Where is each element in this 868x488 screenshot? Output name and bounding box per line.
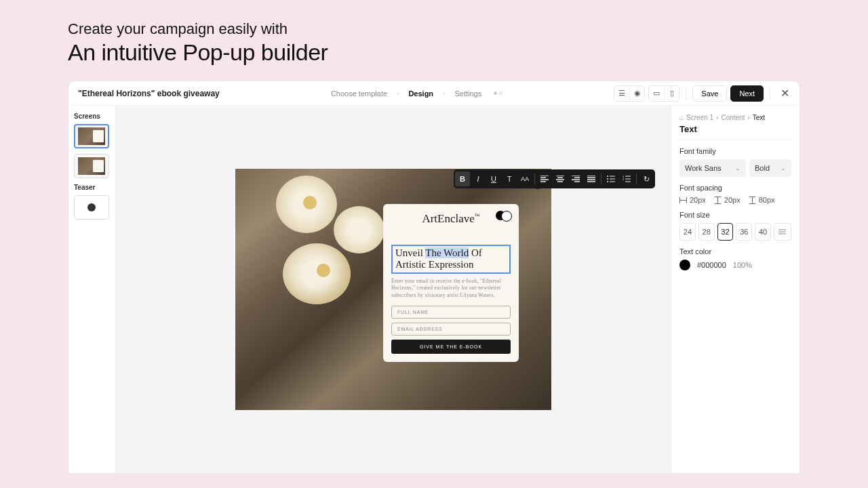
popup-preview: ✕ ArtEnclave™ Unveil The World Of Artist… [235, 169, 551, 410]
font-family-select[interactable]: Work Sans⌄ [679, 159, 746, 177]
brand-logo-icon [496, 211, 512, 219]
font-spacing-label: Font spacing [679, 184, 791, 192]
brand-name: ArtEnclave™ [391, 212, 511, 226]
step-choose-template[interactable]: Choose template [331, 89, 387, 98]
text-toolbar: B I U T AA [454, 169, 655, 188]
screens-label: Screens [74, 113, 110, 120]
svg-point-1 [607, 178, 608, 180]
step-settings[interactable]: Settings [454, 89, 481, 98]
underline-icon[interactable]: U [486, 171, 501, 186]
color-swatch[interactable] [679, 260, 690, 270]
heading-editor[interactable]: Unveil The World Of Artistic Expression [391, 245, 511, 274]
popup-card: ArtEnclave™ Unveil The World Of Artistic… [383, 204, 519, 362]
app-window: "Ethereal Horizons" ebook giveaway Choos… [68, 81, 800, 474]
number-list-icon[interactable]: 12 [619, 171, 634, 186]
full-name-field[interactable]: FULL NAME [391, 306, 511, 319]
screens-sidebar: Screens Teaser [68, 106, 116, 473]
next-button[interactable]: Next [730, 85, 764, 102]
chevron-right-icon: › [443, 89, 445, 97]
align-right-icon[interactable] [568, 171, 583, 186]
hero-subtitle: Create your campaign easily with [68, 20, 800, 38]
step-status-dots [494, 92, 502, 95]
screen-thumb-2[interactable] [74, 154, 109, 178]
size-28[interactable]: 28 [698, 223, 715, 241]
topbar: "Ethereal Horizons" ebook giveaway Choos… [68, 81, 800, 106]
size-36[interactable]: 36 [736, 223, 752, 241]
step-design[interactable]: Design [408, 89, 433, 98]
svg-text:2: 2 [623, 178, 625, 181]
font-weight-select[interactable]: Bold⌄ [749, 159, 791, 177]
mobile-icon[interactable]: ▯ [664, 86, 679, 101]
size-more-icon[interactable] [774, 223, 791, 241]
properties-panel: ⌂ Screen 1› Content› Text Text Font fami… [671, 106, 800, 473]
breadcrumb: ⌂ Screen 1› Content› Text [679, 114, 791, 121]
teaser-thumb[interactable] [74, 195, 109, 220]
save-button[interactable]: Save [692, 85, 727, 102]
letter-spacing-option[interactable]: 20px [679, 196, 706, 204]
italic-icon[interactable]: I [471, 171, 486, 186]
font-size-label: Font size [679, 211, 791, 219]
close-icon[interactable]: ✕ [776, 85, 793, 102]
preview-icon[interactable]: ◉ [629, 86, 644, 101]
text-case-icon[interactable]: AA [517, 171, 532, 186]
teaser-dot-icon [87, 203, 96, 211]
text-color-label: Text color [679, 247, 791, 256]
desktop-icon[interactable]: ▭ [649, 86, 664, 101]
font-family-label: Font family [679, 147, 791, 155]
hero-title: An intuitive Pop-up builder [68, 39, 800, 66]
chevron-down-icon: ⌄ [781, 165, 786, 171]
panel-title: Text [679, 124, 791, 140]
email-field[interactable]: EMAIL ADDRESS [391, 323, 511, 336]
canvas: ✕ ArtEnclave™ Unveil The World Of Artist… [116, 106, 671, 473]
home-icon[interactable]: ⌂ [679, 114, 684, 121]
chevron-right-icon: › [397, 89, 399, 97]
chevron-down-icon: ⌄ [735, 165, 741, 171]
wizard-steps: Choose template › Design › Settings [331, 89, 502, 98]
align-center-icon[interactable] [553, 171, 568, 186]
align-justify-icon[interactable] [584, 171, 599, 186]
screen-thumb-1[interactable] [74, 124, 109, 148]
teaser-label: Teaser [74, 184, 110, 191]
redo-icon[interactable]: ↻ [639, 171, 654, 186]
align-left-icon[interactable] [537, 171, 552, 186]
line-height-option[interactable]: 20px [714, 196, 741, 204]
svg-point-2 [607, 181, 608, 182]
size-40[interactable]: 40 [755, 223, 771, 241]
list-icon[interactable]: ☰ [614, 86, 629, 101]
size-32[interactable]: 32 [717, 223, 734, 241]
size-24[interactable]: 24 [679, 223, 696, 241]
color-alpha[interactable]: 100% [733, 261, 752, 269]
paragraph-spacing-option[interactable]: 80px [749, 196, 775, 204]
bold-icon[interactable]: B [455, 171, 470, 186]
color-hex[interactable]: #000000 [697, 261, 726, 269]
text-style-icon[interactable]: T [502, 171, 517, 186]
svg-point-0 [607, 176, 608, 177]
popup-description[interactable]: Enter your email to receive the e-book, … [391, 278, 511, 300]
cta-button[interactable]: GIVE ME THE E-BOOK [391, 340, 511, 354]
bullet-list-icon[interactable] [604, 171, 618, 186]
campaign-name: "Ethereal Horizons" ebook giveaway [75, 89, 220, 98]
